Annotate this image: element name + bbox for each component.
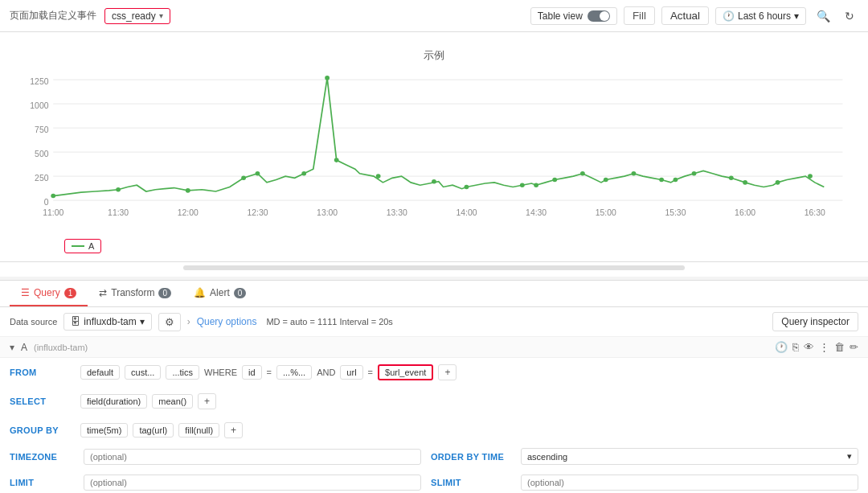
svg-point-32 <box>376 174 381 179</box>
table-view-toggle[interactable]: Table view <box>530 7 617 25</box>
query-options-link[interactable]: Query options <box>197 316 257 327</box>
slimit-label: SLIMIT <box>431 478 511 487</box>
scrollbar-area <box>0 262 868 277</box>
svg-point-44 <box>729 176 734 181</box>
fill-button[interactable]: Fill <box>624 6 655 25</box>
tag-dropdown[interactable]: css_ready ▾ <box>104 8 170 24</box>
top-bar: 页面加载自定义事件 css_ready ▾ Table view Fill Ac… <box>0 0 868 32</box>
limit-input[interactable] <box>84 475 421 491</box>
svg-text:15:00: 15:00 <box>596 208 616 217</box>
where-value-url-event[interactable]: $url_event <box>378 364 433 380</box>
order-by-time-label: ORDER BY TIME <box>431 452 511 462</box>
time-range-button[interactable]: 🕐 Last 6 hours ▾ <box>715 7 806 25</box>
tab-alert[interactable]: 🔔 Alert 0 <box>182 281 257 306</box>
chevron-down-icon: ▾ <box>794 10 799 22</box>
eq-operator2: = <box>368 368 373 377</box>
query-icon: ☰ <box>21 287 30 298</box>
svg-point-27 <box>241 176 246 181</box>
slimit-input[interactable] <box>521 475 858 491</box>
svg-point-28 <box>256 171 260 176</box>
query-row-header: ▾ A (influxdb-tam) 🕐 ⎘ 👁 ⋮ 🗑 ✏ <box>0 337 868 358</box>
clock-icon: 🕐 <box>723 10 735 22</box>
groupby-chip-fill[interactable]: fill(null) <box>178 423 219 438</box>
scrollbar-track[interactable] <box>183 265 685 270</box>
eye-icon-button[interactable]: 👁 <box>804 341 814 353</box>
svg-text:1250: 1250 <box>30 77 48 86</box>
where-chip-value[interactable]: ...%... <box>276 365 312 380</box>
svg-text:12:00: 12:00 <box>178 208 199 217</box>
svg-point-43 <box>692 171 697 176</box>
svg-point-47 <box>808 174 813 179</box>
chart-title: 示例 <box>16 48 852 63</box>
top-bar-right: Table view Fill Actual 🕐 Last 6 hours ▾ … <box>530 6 858 25</box>
query-fields-select: SELECT field(duration) mean() + <box>0 387 868 416</box>
delete-icon-button[interactable]: 🗑 <box>834 341 845 353</box>
chart-legend: A <box>64 238 852 253</box>
collapse-icon: ▾ <box>10 342 14 353</box>
query-row-sublabel: (influxdb-tam) <box>34 343 88 352</box>
datasource-label: Data source <box>10 317 57 327</box>
from-chip-cust[interactable]: cust... <box>125 365 161 380</box>
datasource-value: influxdb-tam <box>84 316 136 327</box>
query-row-icons: 🕐 ⎘ 👁 ⋮ 🗑 ✏ <box>775 341 858 353</box>
legend-item-css-ready: A <box>64 239 101 253</box>
query-fields-groupby: GROUP BY time(5m) tag(url) fill(null) + <box>0 416 868 445</box>
svg-point-37 <box>552 178 557 183</box>
tab-query[interactable]: ☰ Query 1 <box>10 281 88 306</box>
svg-point-46 <box>776 180 780 185</box>
settings-icon-button[interactable]: ⚙ <box>158 313 181 331</box>
from-chip-tics[interactable]: ...tics <box>166 365 199 380</box>
and-operator: AND <box>317 368 335 377</box>
actual-button[interactable]: Actual <box>661 6 709 25</box>
where-add-button[interactable]: + <box>438 364 457 380</box>
query-panel: ☰ Query 1 ⇄ Transform 0 🔔 Alert 0 Data s… <box>0 280 868 493</box>
select-chip-mean[interactable]: mean() <box>152 394 193 409</box>
transform-tab-label: Transform <box>111 287 154 298</box>
select-add-button[interactable]: + <box>198 393 216 409</box>
datasource-select[interactable]: 🗄 influxdb-tam ▾ <box>63 313 151 331</box>
query-fields-from: FROM default cust... ...tics WHERE id = … <box>0 358 868 387</box>
tab-transform[interactable]: ⇄ Transform 0 <box>88 281 182 306</box>
groupby-chip-tag[interactable]: tag(url) <box>133 423 174 438</box>
copy-icon-button[interactable]: ⎘ <box>792 341 799 353</box>
chart-svg: 1250 1000 750 500 250 0 11:00 11:30 12:0… <box>16 71 852 232</box>
limit-label: LIMIT <box>10 478 74 487</box>
order-by-select[interactable]: ascending ▾ <box>521 448 858 465</box>
chevron-down-icon: ▾ <box>140 316 145 327</box>
svg-point-25 <box>116 187 121 192</box>
history-icon-button[interactable]: 🕐 <box>775 341 788 353</box>
from-chip-default[interactable]: default <box>80 365 120 380</box>
svg-point-33 <box>432 179 436 184</box>
alert-badge: 0 <box>234 288 247 298</box>
db-icon: 🗄 <box>71 316 80 327</box>
alert-tab-label: Alert <box>210 287 230 298</box>
transform-icon: ⇄ <box>99 287 107 298</box>
chart-area: 示例 1250 1000 750 500 250 0 11:00 11:30 1… <box>0 32 868 262</box>
toggle-knob <box>600 11 609 21</box>
search-icon-button[interactable]: 🔍 <box>813 7 834 25</box>
svg-text:13:00: 13:00 <box>317 208 338 217</box>
datasource-row: Data source 🗄 influxdb-tam ▾ ⚙ › Query o… <box>0 307 868 337</box>
from-field-value: default cust... ...tics WHERE id = ...%.… <box>80 364 858 380</box>
refresh-icon-button[interactable]: ↻ <box>841 7 858 25</box>
select-chip-field[interactable]: field(duration) <box>80 394 147 409</box>
where-chip-id[interactable]: id <box>242 365 262 380</box>
more-icon-button[interactable]: ⋮ <box>819 341 829 353</box>
where-chip-url[interactable]: url <box>340 365 362 380</box>
table-view-label: Table view <box>538 10 583 22</box>
timezone-input[interactable] <box>84 449 421 465</box>
select-label: SELECT <box>10 396 74 406</box>
query-tab-label: Query <box>34 287 60 298</box>
toggle-switch[interactable] <box>588 10 610 22</box>
svg-text:13:30: 13:30 <box>387 208 407 217</box>
where-keyword: WHERE <box>204 368 237 377</box>
time-range-label: Last 6 hours <box>738 10 791 22</box>
svg-point-34 <box>465 185 469 190</box>
svg-text:1000: 1000 <box>30 101 48 110</box>
svg-text:15:30: 15:30 <box>665 208 686 217</box>
svg-text:500: 500 <box>35 150 49 158</box>
groupby-add-button[interactable]: + <box>224 422 243 438</box>
query-inspector-button[interactable]: Query inspector <box>772 312 858 331</box>
edit-icon-button[interactable]: ✏ <box>850 341 858 353</box>
groupby-chip-time[interactable]: time(5m) <box>80 423 128 438</box>
